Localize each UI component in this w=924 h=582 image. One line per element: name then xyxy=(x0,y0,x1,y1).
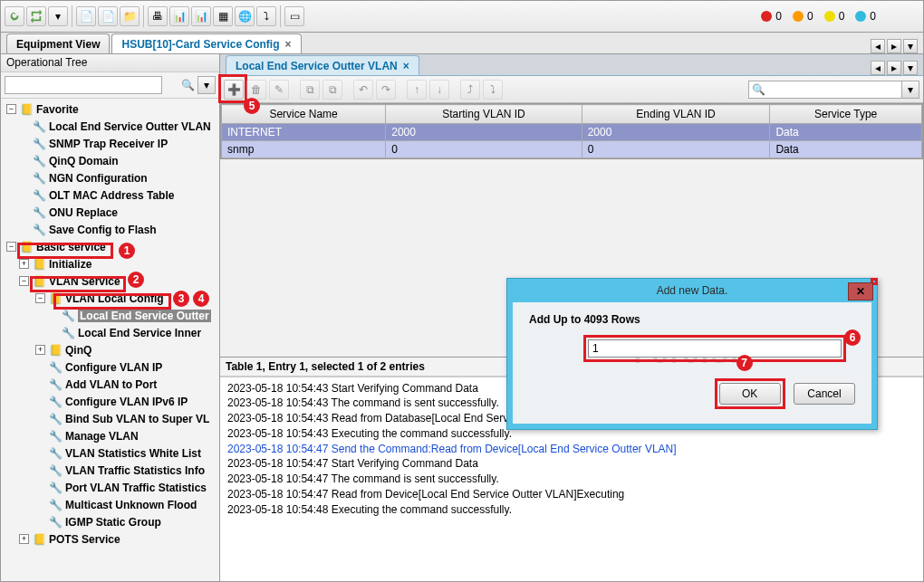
status-indicators: 0 0 0 0 xyxy=(761,10,919,23)
inner-tab-vlan-outter[interactable]: Local End Service Outter VLAN× xyxy=(226,55,419,75)
dialog-label: Add Up to 4093 Rows xyxy=(529,313,855,326)
cancel-button[interactable]: Cancel xyxy=(794,383,855,405)
folder-icon: 📒 xyxy=(48,343,63,358)
tb-import2: ⤵ xyxy=(483,80,503,100)
tb-doc[interactable]: 📄 xyxy=(76,6,96,26)
table-row[interactable]: snmp00Data xyxy=(222,141,922,158)
tb-delete: 🗑 xyxy=(246,80,266,100)
search-dropdown[interactable]: ▾ xyxy=(197,76,216,94)
tb-dropdown1[interactable]: ▾ xyxy=(48,6,68,26)
tree-item[interactable]: 🔧QinQ Domain xyxy=(1,152,219,169)
folder-icon: 📒 xyxy=(32,274,46,289)
wrench-icon: 🔧 xyxy=(48,395,63,409)
tree-initialize[interactable]: +📒Initialize xyxy=(1,255,219,272)
col-header[interactable]: Ending VLAN ID xyxy=(582,105,770,124)
sidebar-header: Operational Tree xyxy=(1,54,219,72)
tree-item[interactable]: 🔧Save Config to Flash xyxy=(1,221,219,238)
wrench-icon: 🔧 xyxy=(32,205,46,220)
tb-redo: ↷ xyxy=(376,80,396,100)
close-icon[interactable]: × xyxy=(285,38,292,51)
tree-item[interactable]: 🔧Add VLAN to Port xyxy=(1,376,219,393)
tree-item[interactable]: 🔧Port VLAN Traffic Statistics xyxy=(1,479,219,496)
log-line: 2023-05-18 10:54:47 Send the Command:Rea… xyxy=(227,442,916,457)
table-row[interactable]: INTERNET20002000Data xyxy=(222,124,922,141)
dialog-title: Add new Data. ✕ xyxy=(507,279,877,302)
tb-copy: ⧉ xyxy=(300,80,320,100)
wrench-icon: 🔧 xyxy=(48,412,63,426)
top-toolbar: ▾ 📄 📄 📁 🖶 📊 📊 ▦ 🌐 ⤵ ▭ 0 0 0 0 xyxy=(1,1,923,33)
tree-item[interactable]: 🔧Local End Service Outter VLAN xyxy=(1,118,219,135)
tb-moveup: ↑ xyxy=(407,80,427,100)
tree-search-input[interactable] xyxy=(5,76,162,94)
tree-local-end-inner[interactable]: 🔧Local End Service Inner xyxy=(1,324,219,341)
tab-nav-next[interactable]: ▸ xyxy=(887,39,901,53)
inner-tab-list[interactable]: ▾ xyxy=(903,61,918,75)
tree-item[interactable]: 🔧Multicast Unknown Flood xyxy=(1,496,219,513)
tab-label: Equipment View xyxy=(16,38,100,51)
tree-item[interactable]: 🔧VLAN Statistics White List xyxy=(1,444,219,462)
tree-item[interactable]: 🔧Configure VLAN IP xyxy=(1,358,219,376)
tree-item[interactable]: 🔧IGMP Static Group xyxy=(1,513,219,530)
tb-view[interactable]: ▭ xyxy=(284,6,304,26)
tree-vlan-service[interactable]: −📒VLAN Service xyxy=(1,272,219,290)
tb-doc2[interactable]: 📄 xyxy=(98,6,118,26)
tree-item[interactable]: 🔧Bind Sub VLAN to Super VL xyxy=(1,410,219,427)
vlan-table: Service Name Starting VLAN ID Ending VLA… xyxy=(221,104,922,158)
tb-report1[interactable]: 📊 xyxy=(169,6,189,26)
wrench-icon: 🔧 xyxy=(61,309,75,323)
tb-import[interactable]: ⤵ xyxy=(256,6,276,26)
status-yellow-icon xyxy=(824,11,835,22)
tree-item[interactable]: 🔧Manage VLAN xyxy=(1,427,219,444)
tree-local-end-outter[interactable]: 🔧Local End Service Outter xyxy=(1,307,219,324)
wrench-icon: 🔧 xyxy=(48,446,63,461)
table-search-dropdown[interactable]: ▾ xyxy=(901,81,919,99)
tree-favorite[interactable]: −📒Favorite xyxy=(1,100,219,118)
tab-nav-prev[interactable]: ◂ xyxy=(871,39,885,53)
folder-icon: 📒 xyxy=(48,291,63,306)
tb-grid[interactable]: ▦ xyxy=(213,6,233,26)
log-line: 2023-05-18 10:54:47 Read from Device[Loc… xyxy=(227,487,916,502)
search-icon: 🔍 xyxy=(752,83,765,96)
tb-report2[interactable]: 📊 xyxy=(191,6,211,26)
table-search-input[interactable] xyxy=(748,81,902,99)
col-header[interactable]: Service Type xyxy=(770,105,922,124)
log-line: 2023-05-18 10:54:47 The command is sent … xyxy=(227,472,916,487)
tb-add-row[interactable]: ➕ xyxy=(224,80,244,100)
wrench-icon: 🔧 xyxy=(48,360,63,375)
wrench-icon: 🔧 xyxy=(32,223,46,237)
tree-item[interactable]: 🔧SNMP Trap Receiver IP xyxy=(1,135,219,152)
search-icon: 🔍 xyxy=(181,79,195,91)
wrench-icon: 🔧 xyxy=(48,481,63,495)
col-header[interactable]: Starting VLAN ID xyxy=(386,105,582,124)
close-icon[interactable]: × xyxy=(403,60,409,72)
rows-input[interactable] xyxy=(588,339,842,358)
tree-item[interactable]: 🔧VLAN Traffic Statistics Info xyxy=(1,462,219,479)
wrench-icon: 🔧 xyxy=(32,171,46,186)
tab-card-service-config[interactable]: HSUB[10]-Card Service Config× xyxy=(111,33,301,53)
ok-button[interactable]: OK xyxy=(719,383,781,405)
tb-folder[interactable]: 📁 xyxy=(120,6,140,26)
tree-qinq[interactable]: +📒QinQ xyxy=(1,341,219,358)
wrench-icon: 🔧 xyxy=(32,188,46,203)
tb-print[interactable]: 🖶 xyxy=(148,6,168,26)
add-data-dialog: ForoISP Add new Data. ✕ Add Up to 4093 R… xyxy=(506,278,878,430)
inner-tab-prev[interactable]: ◂ xyxy=(871,61,885,75)
tree-item[interactable]: 🔧Configure VLAN IPv6 IP xyxy=(1,393,219,410)
wrench-icon: 🔧 xyxy=(32,154,46,168)
tree-pots-service[interactable]: +📒POTS Service xyxy=(1,530,219,548)
tree-item[interactable]: 🔧NGN Configuration xyxy=(1,169,219,186)
tab-equipment-view[interactable]: Equipment View xyxy=(6,33,110,53)
tree-item[interactable]: 🔧ONU Replace xyxy=(1,204,219,221)
tree-item[interactable]: 🔧OLT MAC Address Table xyxy=(1,186,219,204)
tree-basic-service[interactable]: −📒Basic service xyxy=(1,238,219,255)
status-red-icon xyxy=(761,11,772,22)
dialog-close-button[interactable]: ✕ xyxy=(848,282,873,301)
tb-globe[interactable]: 🌐 xyxy=(235,6,255,26)
tab-nav-list[interactable]: ▾ xyxy=(903,39,918,53)
tb-sync[interactable] xyxy=(26,6,46,26)
inner-tab-next[interactable]: ▸ xyxy=(887,61,901,75)
wrench-icon: 🔧 xyxy=(48,498,63,512)
tb-refresh[interactable] xyxy=(5,6,24,26)
tb-export: ⤴ xyxy=(460,80,480,100)
left-sidebar: Operational Tree 🔍 ▾ 1 2 3 4 −📒Favorite … xyxy=(1,54,220,581)
